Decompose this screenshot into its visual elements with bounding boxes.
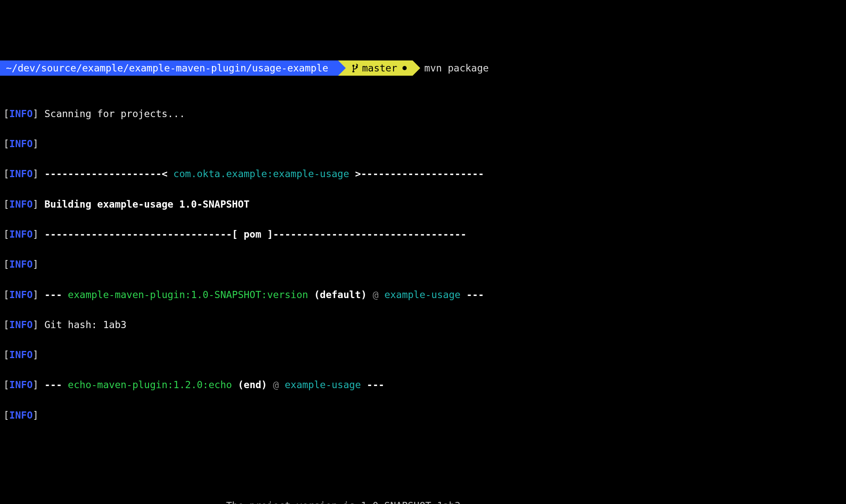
- pom-rule-right: ---------------------------------: [273, 229, 466, 240]
- artifact-id: com.okta.example:example-usage: [174, 168, 349, 179]
- log-line: [INFO] --------------------------------[…: [0, 227, 846, 242]
- p2-endlbl: (end): [232, 379, 267, 390]
- git-dirty-dot-icon: [402, 66, 407, 70]
- shell-prompt[interactable]: ~/dev/source/example/example-maven-plugi…: [0, 60, 846, 76]
- log-line: [INFO] --- example-maven-plugin:1.0-SNAP…: [0, 288, 846, 303]
- cwd-path: ~/dev/source/example/example-maven-plugi…: [6, 63, 328, 74]
- log-line: [INFO]: [0, 137, 846, 152]
- p2-at: @: [267, 379, 285, 390]
- git-branch-name: master: [362, 60, 397, 76]
- log-line: [INFO] Scanning for projects...: [0, 107, 846, 122]
- building-text: Building example-usage 1.0-SNAPSHOT: [44, 199, 250, 210]
- log-line: [INFO] --- echo-maven-plugin:1.2.0:echo …: [0, 378, 846, 393]
- p1-at: @: [367, 289, 385, 300]
- p1-end: ---: [460, 289, 484, 300]
- prompt-branch-segment: master: [338, 60, 412, 76]
- log-line: [INFO]: [0, 408, 846, 423]
- log-line: [0, 468, 846, 483]
- scan-text: Scanning for projects...: [44, 108, 185, 119]
- command-text: mvn package: [413, 60, 489, 76]
- p2-proj: example-usage: [285, 379, 361, 390]
- prompt-path-segment: ~/dev/source/example/example-maven-plugi…: [0, 60, 338, 76]
- rule-left: --------------------<: [44, 168, 174, 179]
- log-line: [INFO]: [0, 348, 846, 363]
- log-line: [INFO]: [0, 257, 846, 272]
- p1-dash: ---: [44, 289, 68, 300]
- log-line: [INFO] --------------------< com.okta.ex…: [0, 167, 846, 182]
- pom-label: [ pom ]: [232, 229, 273, 240]
- p2-dash: ---: [44, 379, 68, 390]
- plugin1-name: example-maven-plugin:1.0-SNAPSHOT:versio…: [68, 289, 308, 300]
- git-hash-text: Git hash: 1ab3: [44, 319, 127, 330]
- echo-output: The project version is 1.0-SNAPSHOT-1ab3: [0, 499, 846, 504]
- log-line: [INFO] Building example-usage 1.0-SNAPSH…: [0, 197, 846, 212]
- p1-default: (default): [308, 289, 367, 300]
- log-line: [INFO] Git hash: 1ab3: [0, 318, 846, 333]
- log-line: [0, 438, 846, 453]
- pom-rule-left: --------------------------------: [44, 229, 232, 240]
- plugin2-name: echo-maven-plugin:1.2.0:echo: [68, 379, 232, 390]
- p1-proj: example-usage: [384, 289, 460, 300]
- rule-right: >---------------------: [349, 168, 484, 179]
- p2-end: ---: [361, 379, 384, 390]
- git-branch-icon: [352, 64, 358, 72]
